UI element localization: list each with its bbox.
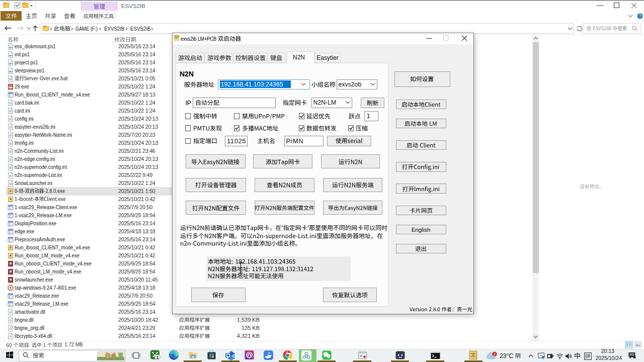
svg-text:ps: ps xyxy=(10,46,12,48)
svg-text:ps: ps xyxy=(10,70,12,72)
svg-text:1: 1 xyxy=(156,355,158,360)
svg-text:2: 2 xyxy=(494,352,496,356)
svg-text:ps: ps xyxy=(10,54,12,56)
svg-text:?: ? xyxy=(638,14,641,19)
svg-text:ps: ps xyxy=(10,62,12,64)
